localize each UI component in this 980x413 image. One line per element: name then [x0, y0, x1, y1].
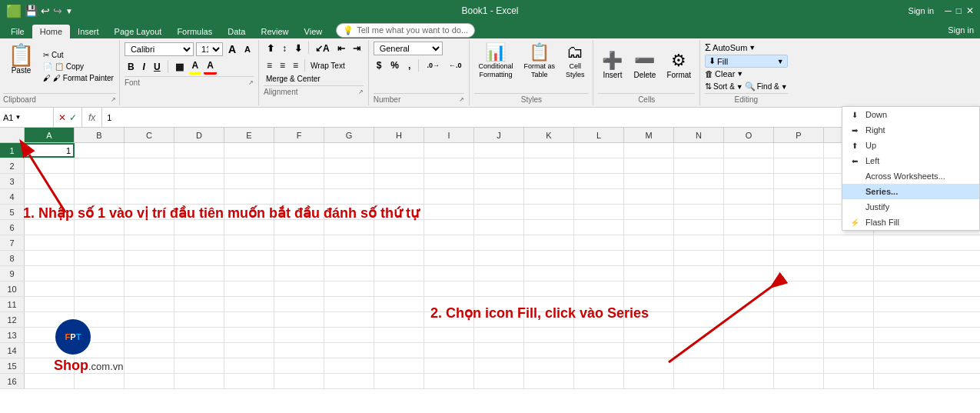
cell-Q14[interactable]	[824, 343, 874, 358]
cell-I6[interactable]	[424, 220, 474, 235]
cell-P12[interactable]	[774, 312, 824, 327]
cell-H9[interactable]	[374, 266, 424, 281]
cell-O9[interactable]	[724, 266, 774, 281]
cell-O4[interactable]	[724, 189, 774, 204]
cell-D10[interactable]	[174, 281, 224, 296]
cell-G5[interactable]	[324, 205, 374, 219]
cell-L16[interactable]	[574, 374, 624, 388]
cell-O1[interactable]	[724, 143, 774, 158]
cell-A4[interactable]	[25, 189, 75, 204]
col-header-P[interactable]: P	[774, 128, 824, 142]
cell-A14[interactable]	[25, 343, 75, 358]
cell-H3[interactable]	[374, 174, 424, 188]
save-icon[interactable]: 💾	[25, 5, 38, 17]
percent-btn[interactable]: %	[387, 58, 402, 72]
cell-C7[interactable]	[125, 235, 174, 250]
fill-button[interactable]: ⬇ Fill ▼	[705, 55, 788, 68]
cell-N8[interactable]	[674, 251, 724, 265]
cell-G15[interactable]	[324, 358, 374, 373]
cell-I11[interactable]	[424, 297, 474, 311]
close-btn[interactable]: ✕	[966, 5, 974, 16]
cell-Q11[interactable]	[824, 297, 874, 311]
cell-E10[interactable]	[224, 281, 274, 296]
cell-B11[interactable]	[75, 297, 125, 311]
maximize-btn[interactable]: □	[956, 5, 962, 16]
cell-H1[interactable]	[374, 143, 424, 158]
cell-P3[interactable]	[774, 174, 824, 188]
cell-A5[interactable]	[25, 205, 75, 219]
cut-button[interactable]: ✂ Cut	[41, 50, 116, 60]
cell-P5[interactable]	[774, 205, 824, 219]
cell-C15[interactable]	[125, 358, 174, 373]
col-header-E[interactable]: E	[224, 128, 274, 142]
tab-home[interactable]: Home	[32, 25, 70, 38]
cell-G13[interactable]	[324, 328, 374, 342]
cell-D7[interactable]	[174, 235, 224, 250]
cell-P6[interactable]	[774, 220, 824, 235]
format-btn[interactable]: ⚙ Format	[663, 50, 695, 82]
col-header-L[interactable]: L	[574, 128, 624, 142]
tab-view[interactable]: View	[297, 25, 331, 38]
cell-Q10[interactable]	[824, 281, 874, 296]
format-as-table-btn[interactable]: 📋 Format asTable	[520, 42, 559, 82]
cell-P1[interactable]	[774, 143, 824, 158]
cell-I3[interactable]	[424, 174, 474, 188]
font-size-select[interactable]: 11	[196, 42, 223, 56]
cell-K12[interactable]	[524, 312, 574, 327]
cell-K9[interactable]	[524, 266, 574, 281]
cell-E16[interactable]	[224, 374, 274, 388]
cell-O5[interactable]	[724, 205, 774, 219]
merge-center-btn[interactable]: Merge & Center	[264, 74, 323, 84]
underline-btn[interactable]: U	[151, 60, 164, 74]
cell-E8[interactable]	[224, 251, 274, 265]
cell-A7[interactable]	[25, 235, 75, 250]
cell-M15[interactable]	[624, 358, 674, 373]
cell-H10[interactable]	[374, 281, 424, 296]
sign-in-tab[interactable]: Sign in	[948, 25, 974, 35]
cell-I2[interactable]	[424, 158, 474, 173]
cell-D11[interactable]	[174, 297, 224, 311]
cell-M13[interactable]	[624, 328, 674, 342]
cell-M12[interactable]	[624, 312, 674, 327]
cell-N2[interactable]	[674, 158, 724, 173]
cell-J14[interactable]	[474, 343, 524, 358]
name-box[interactable]: A1 ▼	[0, 108, 54, 127]
cell-E4[interactable]	[224, 189, 274, 204]
fill-dropdown-arrow[interactable]: ▼	[777, 58, 784, 65]
cell-P2[interactable]	[774, 158, 824, 173]
cell-G9[interactable]	[324, 266, 374, 281]
cell-O6[interactable]	[724, 220, 774, 235]
col-header-I[interactable]: I	[424, 128, 474, 142]
across-worksheets-item[interactable]: Across Worksheets...	[842, 168, 979, 184]
tab-review[interactable]: Review	[253, 25, 296, 38]
cell-G10[interactable]	[324, 281, 374, 296]
cell-A16[interactable]	[25, 374, 75, 388]
cell-I15[interactable]	[424, 358, 474, 373]
cell-I16[interactable]	[424, 374, 474, 388]
cell-C1[interactable]	[125, 143, 174, 158]
cell-K11[interactable]	[524, 297, 574, 311]
cell-C14[interactable]	[125, 343, 174, 358]
cell-P4[interactable]	[774, 189, 824, 204]
justify-item[interactable]: Justify	[842, 199, 979, 215]
cell-H11[interactable]	[374, 297, 424, 311]
text-direction-btn[interactable]: ↙A	[312, 42, 333, 55]
cell-G1[interactable]	[324, 143, 374, 158]
format-painter-button[interactable]: 🖌 🖌 Format Painter	[41, 73, 116, 83]
cell-F3[interactable]	[274, 174, 324, 188]
cell-I5[interactable]	[424, 205, 474, 219]
cell-N1[interactable]	[674, 143, 724, 158]
cell-F8[interactable]	[274, 251, 324, 265]
minimize-btn[interactable]: ─	[945, 5, 952, 16]
cell-H7[interactable]	[374, 235, 424, 250]
cell-C16[interactable]	[125, 374, 174, 388]
cell-P9[interactable]	[774, 266, 824, 281]
cell-F16[interactable]	[274, 374, 324, 388]
cell-Q15[interactable]	[824, 358, 874, 373]
col-header-K[interactable]: K	[524, 128, 574, 142]
cell-J16[interactable]	[474, 374, 524, 388]
delete-btn[interactable]: ➖ Delete	[630, 50, 659, 82]
cell-B5[interactable]	[75, 205, 125, 219]
cell-L15[interactable]	[574, 358, 624, 373]
col-header-J[interactable]: J	[474, 128, 524, 142]
